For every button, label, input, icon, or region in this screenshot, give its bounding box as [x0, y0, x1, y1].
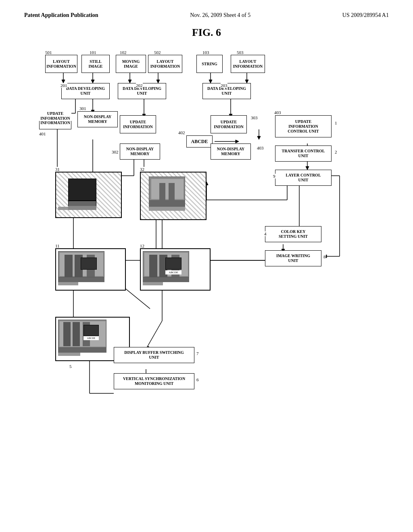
moving-image-102: MOVINGIMAGE: [116, 55, 146, 73]
label-5: 5: [69, 364, 72, 369]
label-2: 2: [335, 150, 337, 154]
svg-marker-11: [245, 80, 248, 83]
vertical-sync-unit: VERTICAL SYNCHRONIZATIONMONITORING UNIT: [114, 373, 194, 389]
update-info-302: UPDATEINFORMATION: [120, 115, 156, 133]
layout-info-503: LAYOUTINFORMATION: [231, 55, 265, 73]
svg-marker-7: [156, 80, 160, 83]
label-303: 303: [251, 115, 258, 120]
label-7: 7: [196, 351, 199, 356]
layout-info-502: LAYOUTINFORMATION: [148, 55, 182, 73]
label-503: 503: [237, 50, 244, 55]
string-103: STRING: [196, 55, 223, 73]
label-102: 102: [120, 50, 127, 55]
figure-title: FIG. 6: [24, 27, 389, 39]
non-display-mem-302: NON-DISPLAYMEMORY: [120, 143, 160, 160]
num-32: 32: [140, 167, 144, 172]
display-box-11: [55, 248, 126, 291]
non-display-mem-301: NON-DISPLAYMEMORY: [77, 111, 118, 127]
display-box-12: ABCDE: [140, 248, 211, 291]
label-401-text: UPDATEINFORMATION: [39, 111, 71, 121]
svg-marker-3: [91, 80, 94, 83]
label-1: 1: [335, 121, 337, 125]
non-display-mem-303: NON-DISPLAYMEMORY: [211, 143, 251, 160]
label-12: 12: [140, 243, 144, 248]
svg-marker-30: [257, 136, 261, 139]
transfer-control-unit: TRANSFER CONTROLUNIT: [275, 145, 332, 162]
header-right: US 2009/289954 A1: [342, 12, 389, 19]
layout-info-501: LAYOUTINFORMATION: [45, 55, 77, 73]
label-11: 11: [55, 243, 60, 248]
header-center: Nov. 26, 2009 Sheet 4 of 5: [190, 12, 250, 19]
header-left: Patent Application Publication: [24, 12, 98, 19]
num-31: 31: [55, 167, 60, 172]
label-103: 103: [202, 50, 209, 55]
label-402b: 402: [178, 130, 185, 135]
update-info-303: UPDATEINFORMATION: [211, 115, 247, 133]
label-202: 202: [136, 83, 143, 88]
layer-control-unit: LAYER CONTROLUNIT: [275, 170, 332, 186]
svg-marker-5: [128, 80, 131, 83]
image-writing-unit: IMAGE WRITINGUNIT: [265, 250, 321, 266]
label-203: 203: [221, 83, 227, 88]
label-101: 101: [90, 50, 96, 55]
label-403: 403: [257, 145, 264, 150]
label-8: 8: [323, 254, 326, 259]
hatched-box-31: [55, 172, 122, 218]
label-501: 501: [45, 50, 52, 55]
color-key-setting-unit: COLOR KEYSETTING UNIT: [265, 226, 321, 242]
label-301: 301: [79, 106, 86, 111]
diagram-container: LAYOUTINFORMATION 501 STILLIMAGE 101 MOV…: [33, 47, 380, 490]
still-image-101: STILLIMAGE: [81, 55, 110, 73]
svg-marker-58: [306, 166, 309, 170]
num-401: 401: [39, 131, 46, 136]
label-403b: 403: [274, 110, 281, 115]
svg-marker-1: [62, 80, 65, 83]
page-header: Patent Application Publication Nov. 26, …: [24, 12, 389, 19]
hatched-box-32: [140, 172, 206, 220]
label-201: 201: [60, 83, 67, 88]
label-502: 502: [154, 50, 161, 55]
label-302: 302: [112, 150, 119, 154]
label-4: 4: [264, 231, 267, 236]
svg-line-41: [146, 321, 162, 349]
display-buffer-switching: DISPLAY BUFFER SWITCHINGUNIT: [114, 347, 194, 363]
abcde-box: ABCDE: [186, 135, 213, 148]
svg-marker-74: [236, 140, 239, 143]
data-dev-201: DATA DEVELOPINGUNIT: [61, 83, 110, 99]
svg-marker-9: [209, 80, 212, 83]
update-info-control-unit: UPDATEINFORMATIONCONTROL UNIT: [275, 115, 332, 137]
label-6: 6: [196, 377, 199, 382]
label-9: 9: [273, 174, 275, 179]
